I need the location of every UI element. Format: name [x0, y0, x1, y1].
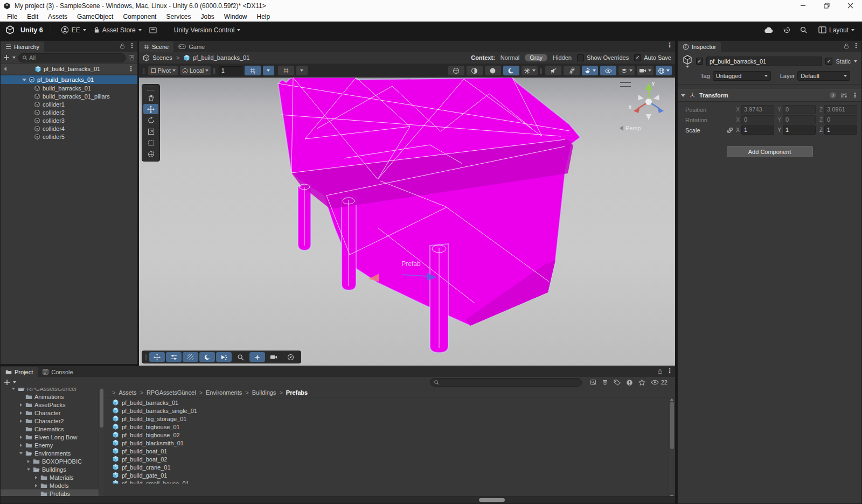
asset-row[interactable]: pf_build_blacksmith_01 [105, 439, 675, 447]
toolbar-grip[interactable]: ∥ [142, 67, 146, 74]
expand-arrow[interactable] [19, 411, 23, 415]
tab-project[interactable]: Project [1, 367, 38, 377]
hierarchy-child-row[interactable]: collider2 [1, 108, 137, 116]
horizontal-scrollbar[interactable] [1, 496, 675, 503]
expand-arrow[interactable] [11, 388, 16, 390]
project-tree-row[interactable]: Enemy [1, 441, 99, 449]
lighting-toggle[interactable] [503, 66, 519, 75]
shading-unlit-toggle[interactable] [485, 66, 501, 75]
static-dropdown-caret[interactable] [854, 60, 857, 62]
panel-menu-icon[interactable]: ⋮ [129, 43, 135, 48]
project-tree-row[interactable]: Elven Long Bow [1, 433, 99, 441]
create-add-button[interactable] [4, 379, 10, 386]
scale-y-field[interactable]: 1 [783, 125, 816, 135]
project-tree-row[interactable]: Prefabs [1, 489, 99, 496]
component-menu-icon[interactable]: ⋮ [852, 93, 858, 98]
search-icon[interactable] [800, 26, 808, 34]
shading-shaded-wire-toggle[interactable] [467, 66, 483, 75]
snap-increment-input[interactable] [219, 66, 242, 75]
menu-item[interactable]: Help [252, 11, 275, 22]
expand-arrow[interactable] [34, 484, 38, 487]
scale-z-field[interactable]: 1 [824, 125, 857, 135]
tab-hierarchy[interactable]: Hierarchy [1, 41, 44, 52]
view-hand-tool[interactable] [143, 93, 158, 103]
asset-row[interactable]: pf_build_boat_01 [105, 447, 675, 455]
breadcrumb-scenes[interactable]: Scenes [152, 54, 172, 61]
overlay-compass-icon[interactable] [283, 352, 298, 362]
search-by-type-icon[interactable] [602, 379, 608, 386]
asset-row[interactable]: pf_build_crane_01 [105, 463, 675, 471]
context-option-normal[interactable]: Normal [500, 54, 519, 61]
overlay-settings-icon[interactable] [166, 352, 182, 362]
asset-row[interactable]: pf_build_boat_02 [105, 455, 675, 463]
tab-inspector[interactable]: Inspector [678, 41, 721, 52]
layout-dropdown[interactable]: Layout [816, 25, 857, 35]
overlay-particles-icon[interactable] [216, 352, 232, 362]
expand-arrow[interactable] [26, 468, 31, 471]
transform-tool[interactable] [143, 149, 158, 159]
expand-arrow[interactable] [19, 452, 23, 454]
asset-row[interactable]: pf_build_barracks_single_01 [105, 407, 675, 415]
menu-item[interactable]: Component [118, 11, 161, 22]
active-checkbox[interactable]: ✓ [696, 58, 703, 65]
menu-item[interactable]: Edit [22, 11, 43, 22]
context-option-hidden[interactable]: Hidden [553, 54, 572, 61]
rotation-y-field[interactable]: 0 [783, 115, 816, 124]
cloud-icon[interactable] [763, 26, 774, 33]
menu-item[interactable]: Jobs [196, 11, 219, 22]
tab-game[interactable]: Game [173, 41, 210, 52]
menu-item[interactable]: GameObject [72, 11, 118, 22]
expand-arrow[interactable] [19, 436, 23, 439]
asset-row[interactable]: pf_build_bighouse_02 [105, 431, 675, 439]
position-y-field[interactable]: 0 [783, 105, 816, 114]
project-tree-row[interactable]: Character [1, 409, 99, 417]
overlay-lighting-icon[interactable] [199, 352, 215, 362]
open-search-window-icon[interactable] [590, 379, 596, 386]
create-dropdown-caret[interactable] [13, 381, 16, 383]
breadcrumb-menu-icon[interactable]: ⋮ [128, 66, 134, 72]
create-add-button[interactable] [3, 54, 10, 61]
project-tree-row[interactable]: BOXOPHOBIC [1, 457, 99, 465]
grid-snap-dropdown[interactable] [263, 66, 274, 75]
hierarchy-child-row[interactable]: collider5 [1, 132, 137, 141]
camera-dropdown[interactable] [637, 66, 654, 75]
asset-row[interactable]: pf_build_barracks_01 [105, 398, 675, 407]
rect-tool[interactable] [143, 138, 158, 148]
project-tree-row[interactable]: Buildings [1, 465, 99, 473]
breadcrumb-segment[interactable]: >Environments [196, 389, 242, 396]
project-tree-row[interactable]: Animations [1, 393, 99, 401]
scale-link-icon[interactable] [727, 127, 733, 134]
expand-arrow[interactable] [681, 94, 685, 97]
overlay-move-icon[interactable] [149, 352, 165, 362]
show-overrides-checkbox[interactable]: ✓ [577, 54, 584, 61]
effects-disabled-toggle[interactable] [564, 66, 580, 75]
package-manager-button[interactable] [147, 26, 159, 34]
minimize-button[interactable] [791, 0, 815, 11]
overlay-zoom-icon[interactable] [233, 352, 248, 362]
scale-x-field[interactable]: 1 [741, 125, 774, 135]
increment-snap-toggle[interactable] [278, 66, 294, 75]
hierarchy-child-row[interactable]: collider1 [1, 100, 137, 108]
overlay-camera-icon[interactable] [266, 352, 282, 362]
hierarchy-root-row[interactable]: pf_build_barracks_01 [1, 75, 137, 84]
menu-item[interactable]: Window [219, 11, 252, 22]
fx-dropdown[interactable] [582, 66, 598, 75]
project-search-input[interactable] [430, 378, 582, 387]
overlay-grid-icon[interactable] [183, 352, 198, 362]
overlay-drag-handle[interactable] [147, 87, 155, 90]
gizmos-globe-dropdown[interactable] [656, 66, 672, 75]
hierarchy-child-row[interactable]: collider4 [1, 124, 137, 132]
rotation-z-field[interactable]: 0 [824, 115, 857, 124]
effects-dropdown[interactable] [522, 66, 538, 75]
scrollbar-thumb[interactable] [479, 498, 505, 502]
lock-icon[interactable] [844, 43, 849, 49]
asset-row[interactable]: pf_build_gate_01 [105, 471, 675, 479]
scene-viewport[interactable]: Prefab [139, 78, 675, 366]
project-tree-row[interactable]: Environments [1, 449, 99, 457]
help-icon[interactable]: ? [830, 92, 836, 99]
orientation-gizmo[interactable]: y x [624, 78, 673, 126]
overlay-gizmos-icon[interactable] [249, 352, 265, 362]
search-pin-icon[interactable] [128, 54, 135, 61]
layer-dropdown[interactable]: Default [797, 71, 850, 81]
breadcrumb-segment[interactable]: >RPGAssetsGüncel [136, 389, 196, 396]
